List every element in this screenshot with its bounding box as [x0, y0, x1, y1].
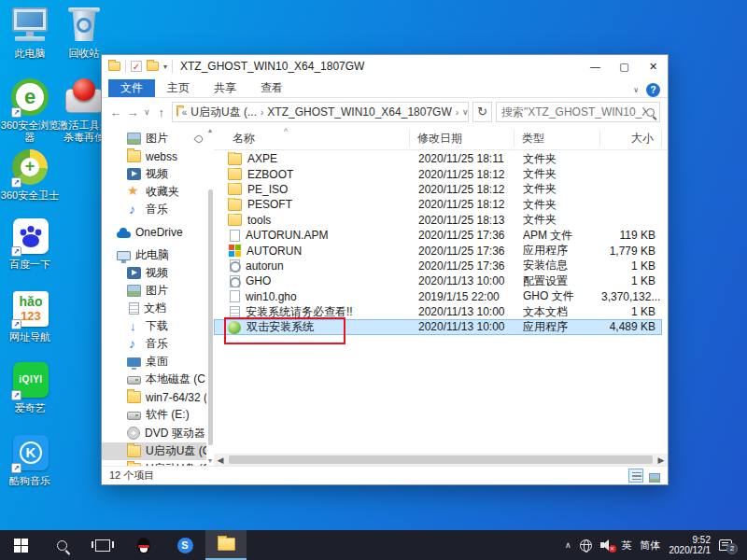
taskbar-clock[interactable]: 9:52 2020/12/1: [669, 535, 712, 556]
details-view-button[interactable]: [628, 469, 643, 483]
tab-view[interactable]: 查看: [248, 79, 295, 97]
column-header-size[interactable]: 大小: [600, 130, 662, 147]
sidebar-item[interactable]: 软件 (E:): [102, 406, 206, 424]
pic-icon: [127, 285, 141, 297]
ribbon-expand-icon[interactable]: ∨: [633, 86, 639, 94]
sidebar-item[interactable]: 文档: [102, 300, 206, 317]
scroll-down-icon[interactable]: ▼: [206, 456, 214, 466]
taskbar-explorer-button[interactable]: [205, 530, 247, 560]
sidebar-item[interactable]: 此电脑: [102, 246, 206, 264]
refresh-button[interactable]: ↻: [472, 102, 492, 122]
help-icon[interactable]: ?: [646, 83, 660, 97]
sidebar-item[interactable]: 视频: [102, 165, 206, 183]
tab-share[interactable]: 共享: [202, 79, 248, 97]
file-row[interactable]: PE_ISO 2020/11/25 18:12 文件夹: [214, 182, 662, 197]
file-type: GHO 文件: [515, 288, 601, 304]
sidebar-item[interactable]: 音乐: [102, 335, 206, 353]
file-date: 2020/11/25 18:12: [411, 198, 515, 211]
taskbar-search-button[interactable]: [41, 530, 82, 560]
scrollbar-thumb[interactable]: [229, 455, 653, 464]
task-view-icon: [95, 539, 110, 552]
hidden-icons-button[interactable]: ∧: [565, 540, 571, 550]
title-bar[interactable]: ✓ ▾ XTZ_GHOST_WIN10_X64_1807GW — ▢ ✕: [102, 55, 668, 77]
sidebar-scrollbar[interactable]: ▲ ▼: [206, 126, 214, 466]
desktop-icon-360-guard[interactable]: +↗ 360安全卫士: [0, 147, 60, 202]
file-row[interactable]: autorun 2020/11/25 17:36 安装信息 1 KB: [214, 259, 662, 273]
task-view-button[interactable]: [82, 530, 123, 560]
file-row[interactable]: win10.gho 2019/1/15 22:00 GHO 文件 3,370,1…: [214, 289, 662, 304]
volume-muted-icon[interactable]: ✕: [600, 539, 613, 551]
sidebar-item[interactable]: 收藏夹: [102, 183, 206, 201]
action-center-icon[interactable]: 2: [719, 539, 732, 551]
desktop-icon-recycle-bin[interactable]: 回收站: [54, 6, 114, 60]
desktop-icon-baidu[interactable]: ↗ 百度一下: [0, 217, 60, 271]
desktop-icon-iqiyi[interactable]: iQIYI↗ 爱奇艺: [0, 360, 60, 414]
sidebar-item[interactable]: webss: [102, 147, 206, 165]
breadcrumb-current[interactable]: XTZ_GHOST_WIN10_X64_1807GW: [267, 105, 451, 119]
horizontal-scrollbar[interactable]: ◀ ▶: [214, 454, 668, 466]
file-row[interactable]: 双击安装系统 2020/11/13 10:00 应用程序 4,489 KB: [214, 319, 662, 334]
checkbox-icon[interactable]: ✓: [131, 61, 142, 72]
back-button[interactable]: ←: [109, 105, 122, 119]
taskbar-sogou-button[interactable]: S: [164, 530, 205, 560]
network-icon[interactable]: [580, 539, 592, 552]
sidebar-item[interactable]: 图片: [102, 282, 206, 300]
file-size: 1 KB: [601, 274, 661, 287]
file-row[interactable]: 安装系统请务必查看!! 2020/11/13 10:00 文本文档 1 KB: [214, 304, 662, 319]
close-button[interactable]: ✕: [639, 55, 668, 77]
file-name: autorun: [246, 259, 284, 273]
column-header-date[interactable]: 修改日期: [410, 130, 514, 147]
up-button[interactable]: ↑: [155, 105, 168, 119]
tab-file[interactable]: 文件: [108, 79, 155, 97]
sidebar-item[interactable]: 视频: [102, 264, 206, 282]
sidebar-item[interactable]: 本地磁盘 (C:): [102, 371, 206, 388]
search-input[interactable]: [501, 105, 646, 119]
column-header-name[interactable]: 名称: [214, 130, 410, 147]
sidebar-item[interactable]: 音乐: [102, 201, 206, 218]
file-row[interactable]: PESOFT 2020/11/25 18:12 文件夹: [214, 197, 662, 212]
desktop-icon-label: 酷狗音乐: [0, 475, 60, 487]
scroll-left-icon[interactable]: ◀: [214, 455, 227, 465]
desktop-icon-360-browser[interactable]: e↗ 360安全浏览器: [0, 77, 60, 144]
quick-access-toolbar[interactable]: ✓ ▾: [102, 60, 173, 73]
minimize-button[interactable]: —: [581, 55, 610, 77]
sidebar-item[interactable]: 桌面: [102, 353, 206, 371]
usb-icon: [127, 445, 141, 457]
textdoc-icon: [230, 306, 240, 318]
file-row[interactable]: EZBOOT 2020/11/25 18:12 文件夹: [214, 166, 662, 181]
maximize-button[interactable]: ▢: [610, 55, 639, 77]
sidebar-item[interactable]: win7-64/32 (D:): [102, 388, 206, 406]
forward-button[interactable]: →: [126, 105, 139, 119]
language-indicator[interactable]: 英: [622, 539, 632, 553]
breadcrumb-root[interactable]: U启动U盘 (...: [190, 105, 257, 120]
sidebar-item[interactable]: OneDrive: [102, 223, 206, 241]
qat-dropdown-icon[interactable]: ▾: [163, 63, 167, 71]
file-row[interactable]: AUTORUN 2020/11/25 17:36 应用程序 1,779 KB: [214, 243, 662, 258]
file-row[interactable]: GHO 2020/11/13 10:00 配置设置 1 KB: [214, 273, 662, 288]
file-row[interactable]: AUTORUN.APM 2020/11/25 17:36 APM 文件 119 …: [214, 228, 662, 243]
tab-home[interactable]: 主页: [155, 79, 202, 97]
thumbnail-view-button[interactable]: [645, 469, 660, 483]
sidebar-item[interactable]: 下载: [102, 317, 206, 335]
file-row[interactable]: AXPE 2020/11/25 18:11 文件夹: [214, 151, 662, 166]
sidebar-item[interactable]: DVD 驱动器 (F:): [102, 425, 206, 442]
column-header-type[interactable]: 类型: [514, 130, 600, 147]
desktop-icon-this-pc[interactable]: 此电脑: [0, 6, 60, 60]
new-folder-icon[interactable]: [147, 62, 159, 71]
start-button[interactable]: [0, 530, 41, 560]
disk-icon: [127, 412, 141, 420]
scroll-up-icon[interactable]: ▲: [206, 126, 214, 135]
desktop-icon-hao123[interactable]: hǎo123↗ 网址导航: [0, 289, 60, 343]
ime-mode-indicator[interactable]: 简体: [641, 539, 661, 553]
sidebar-item[interactable]: U启动U盘 (G:): [102, 442, 206, 460]
breadcrumb[interactable]: « U启动U盘 (... › XTZ_GHOST_WIN10_X64_1807G…: [172, 102, 469, 122]
address-dropdown-icon[interactable]: ∨: [462, 107, 469, 117]
taskbar-qq-button[interactable]: [123, 530, 164, 560]
scroll-right-icon[interactable]: ▶: [655, 455, 668, 465]
desktop-icon-kugou[interactable]: K↗ 酷狗音乐: [0, 433, 60, 487]
recent-locations-icon[interactable]: ∨: [143, 107, 151, 117]
search-box[interactable]: [496, 102, 660, 122]
scrollbar-thumb[interactable]: [208, 189, 213, 445]
sidebar-item[interactable]: 图片: [102, 130, 206, 147]
file-row[interactable]: tools 2020/11/25 18:13 文件夹: [214, 213, 662, 228]
